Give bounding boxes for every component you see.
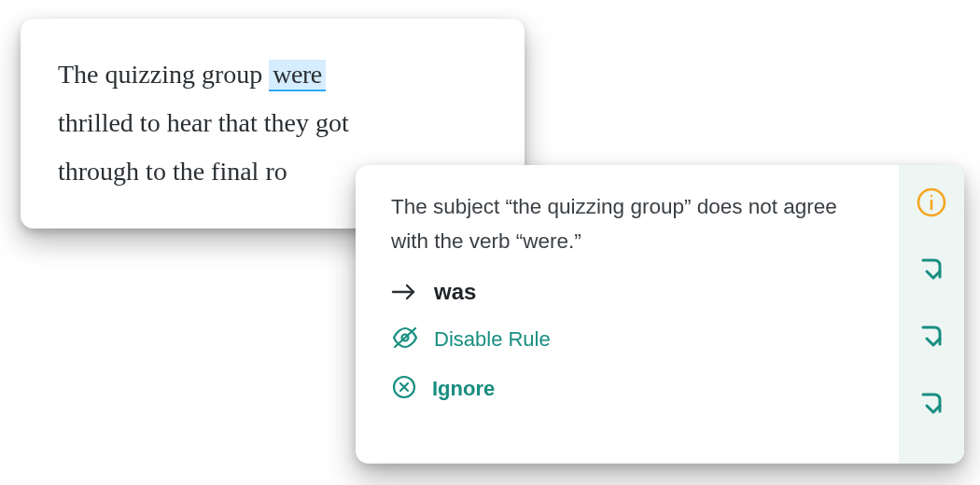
editor-line1-pre: The quizzing group — [58, 60, 269, 89]
suggestion-card: The subject “the quizzing group” does no… — [356, 165, 964, 464]
arrow-down-right-icon-3[interactable] — [916, 389, 947, 424]
arrow-down-right-icon-2[interactable] — [916, 322, 947, 357]
suggestion-main: The subject “the quizzing group” does no… — [356, 165, 899, 464]
ignore-button[interactable]: Ignore — [391, 374, 880, 404]
suggested-word: was — [434, 279, 476, 305]
side-rail — [899, 165, 964, 464]
highlighted-word[interactable]: were — [269, 60, 325, 91]
arrow-down-right-icon-1[interactable] — [916, 255, 947, 290]
ignore-label: Ignore — [432, 377, 495, 401]
explanation-text: The subject “the quizzing group” does no… — [391, 189, 876, 258]
arrow-right-icon — [391, 282, 419, 302]
close-circle-icon — [391, 374, 417, 404]
editor-line2: thrilled to hear that they got — [58, 108, 349, 137]
info-icon[interactable] — [915, 186, 948, 223]
disable-rule-button[interactable]: Disable Rule — [391, 326, 880, 353]
apply-suggestion-button[interactable]: was — [391, 279, 880, 305]
editor-line3: through to the final ro — [58, 157, 287, 186]
eye-off-icon — [391, 326, 419, 353]
svg-point-8 — [931, 195, 932, 197]
disable-rule-label: Disable Rule — [434, 327, 551, 352]
